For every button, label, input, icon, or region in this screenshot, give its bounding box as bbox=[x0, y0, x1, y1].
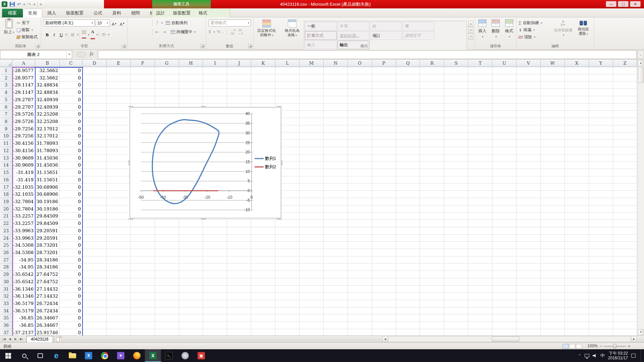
cell-E6[interactable] bbox=[107, 104, 131, 111]
cell-H32[interactable] bbox=[179, 293, 203, 300]
cell-T27[interactable] bbox=[468, 256, 492, 264]
cell-S10[interactable] bbox=[444, 132, 468, 140]
cell-O14[interactable] bbox=[348, 162, 372, 169]
cell-N1[interactable] bbox=[324, 67, 348, 74]
cell-Z29[interactable] bbox=[613, 271, 637, 278]
cell-L37[interactable] bbox=[275, 329, 300, 336]
column-header-I[interactable]: I bbox=[203, 60, 227, 67]
cell-V21[interactable] bbox=[517, 213, 541, 220]
cell-F29[interactable] bbox=[131, 271, 155, 278]
cell-G1[interactable] bbox=[155, 67, 179, 74]
cell-W20[interactable] bbox=[541, 205, 565, 213]
tab-chart-design[interactable]: 設計 bbox=[152, 9, 169, 17]
merge-center-button[interactable]: 跨欄置中▾ bbox=[170, 29, 196, 35]
cell-R24[interactable] bbox=[420, 235, 444, 242]
cell-U18[interactable] bbox=[492, 191, 517, 198]
row-header-34[interactable]: 34 bbox=[0, 307, 12, 315]
cell-Q13[interactable] bbox=[396, 155, 420, 162]
cell-P7[interactable] bbox=[372, 111, 396, 118]
find-select-button[interactable]: 尋找與 選取▾ bbox=[574, 19, 593, 44]
cell-Q36[interactable] bbox=[396, 322, 420, 329]
cell-S2[interactable] bbox=[444, 74, 468, 82]
cell-L1[interactable] bbox=[275, 67, 300, 74]
cell-M26[interactable] bbox=[300, 249, 324, 256]
cell-Q1[interactable] bbox=[396, 67, 420, 74]
cell-B33[interactable]: 26.72434 bbox=[35, 300, 60, 307]
cell-T3[interactable] bbox=[468, 81, 492, 89]
cell-V29[interactable] bbox=[517, 271, 541, 278]
cell-W2[interactable] bbox=[541, 74, 565, 82]
chart-handle-top-right[interactable] bbox=[277, 106, 278, 107]
cell-V14[interactable] bbox=[517, 162, 541, 169]
cell-Q28[interactable] bbox=[396, 263, 420, 271]
cell-D5[interactable] bbox=[83, 96, 107, 104]
cell-Y22[interactable] bbox=[589, 220, 613, 227]
cell-T36[interactable] bbox=[468, 322, 492, 329]
cell-Y5[interactable] bbox=[589, 96, 613, 104]
row-header-28[interactable]: 28 bbox=[0, 263, 12, 271]
ime-indicator[interactable]: 中 bbox=[600, 353, 605, 359]
cell-B23[interactable]: 29.20591 bbox=[35, 227, 60, 235]
chart-handle-middle-left[interactable] bbox=[128, 161, 129, 162]
cell-Z22[interactable] bbox=[613, 220, 637, 227]
cell-X21[interactable] bbox=[565, 213, 589, 220]
cell-T7[interactable] bbox=[468, 111, 492, 118]
cell-Y17[interactable] bbox=[589, 184, 613, 191]
cell-W29[interactable] bbox=[541, 271, 565, 278]
autosum-button[interactable]: Σ自動加總▾ bbox=[519, 19, 552, 26]
cell-L33[interactable] bbox=[275, 300, 300, 307]
cell-O24[interactable] bbox=[348, 235, 372, 242]
cell-N10[interactable] bbox=[324, 132, 348, 140]
cell-N32[interactable] bbox=[324, 293, 348, 300]
prev-sheet-button[interactable]: ◀ bbox=[7, 336, 12, 343]
cell-B8[interactable]: 32.25208 bbox=[35, 118, 60, 125]
next-sheet-button[interactable]: ▶ bbox=[13, 336, 18, 343]
cell-Q5[interactable] bbox=[396, 96, 420, 104]
tab-file[interactable]: 檔案 bbox=[2, 9, 23, 17]
cell-O37[interactable] bbox=[348, 329, 372, 336]
qat-customize-icon[interactable]: ▾ bbox=[40, 3, 42, 6]
cell-R33[interactable] bbox=[420, 300, 444, 307]
cell-M28[interactable] bbox=[300, 263, 324, 271]
cell-E18[interactable] bbox=[107, 191, 131, 198]
cell-L22[interactable] bbox=[275, 220, 300, 227]
cell-Q7[interactable] bbox=[396, 111, 420, 118]
cell-R12[interactable] bbox=[420, 147, 444, 155]
cell-A30[interactable]: -35.6542 bbox=[12, 278, 35, 286]
cell-D8[interactable] bbox=[83, 118, 107, 125]
cell-P36[interactable] bbox=[372, 322, 396, 329]
cell-P31[interactable] bbox=[372, 286, 396, 293]
cell-R14[interactable] bbox=[420, 162, 444, 169]
cell-style-備註[interactable]: 備註 bbox=[370, 31, 402, 40]
cell-S4[interactable] bbox=[444, 89, 468, 96]
cell-W28[interactable] bbox=[541, 263, 565, 271]
cell-T33[interactable] bbox=[468, 300, 492, 307]
tab-insert[interactable]: 插入 bbox=[42, 9, 61, 17]
cell-S37[interactable] bbox=[444, 329, 468, 336]
cell-Z7[interactable] bbox=[613, 111, 637, 118]
cell-Q17[interactable] bbox=[396, 184, 420, 191]
cell-J30[interactable] bbox=[227, 278, 251, 286]
cell-J34[interactable] bbox=[227, 307, 251, 315]
cell-C30[interactable]: 0 bbox=[60, 278, 83, 286]
show-desktop-button[interactable] bbox=[640, 349, 642, 362]
cell-S8[interactable] bbox=[444, 118, 468, 125]
cell-N4[interactable] bbox=[324, 89, 348, 96]
cell-B17[interactable]: 30.68906 bbox=[35, 184, 60, 191]
cell-Q25[interactable] bbox=[396, 242, 420, 249]
cell-H29[interactable] bbox=[179, 271, 203, 278]
cell-U4[interactable] bbox=[492, 89, 517, 96]
cell-N13[interactable] bbox=[324, 155, 348, 162]
cell-C11[interactable]: 0 bbox=[60, 140, 83, 147]
cell-C19[interactable]: 0 bbox=[60, 198, 83, 205]
cell-K2[interactable] bbox=[251, 74, 275, 82]
cell-X24[interactable] bbox=[565, 235, 589, 242]
styles-more-button[interactable]: ⊽ bbox=[468, 34, 473, 40]
cell-B28[interactable]: 28.34186 bbox=[35, 263, 60, 271]
cell-H24[interactable] bbox=[179, 235, 203, 242]
zoom-slider-thumb[interactable] bbox=[613, 344, 616, 348]
cell-O22[interactable] bbox=[348, 220, 372, 227]
cell-S31[interactable] bbox=[444, 286, 468, 293]
cell-O2[interactable] bbox=[348, 74, 372, 82]
cell-K3[interactable] bbox=[251, 81, 275, 89]
